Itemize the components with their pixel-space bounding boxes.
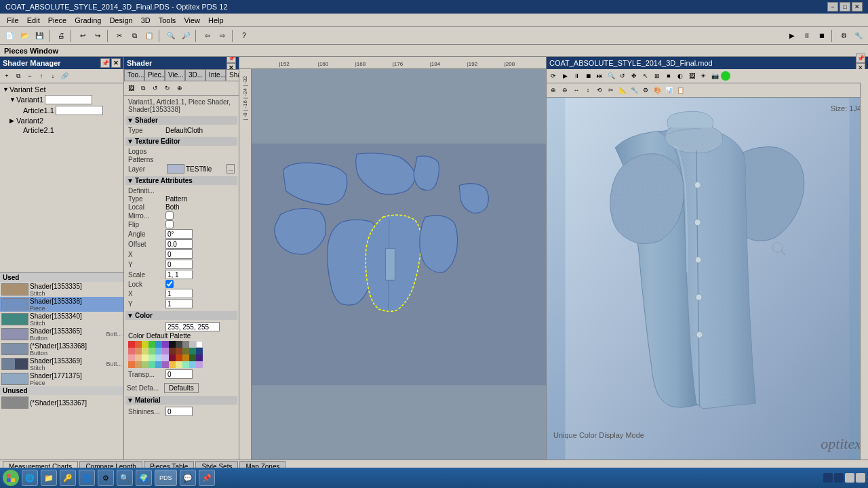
ta-flip-checkbox[interactable] (165, 220, 174, 228)
3d-btn-light[interactable]: ☀ (698, 70, 709, 81)
color-cell-p4-11[interactable] (196, 361, 203, 368)
3d-btn-zoom[interactable]: 🔍 (606, 70, 616, 81)
texture-editor-header[interactable]: ▼ Texture Editor (125, 137, 237, 146)
sm-dup[interactable]: ⧉ (13, 70, 24, 81)
color-cell-lt-blue[interactable] (155, 348, 162, 354)
tb-r5[interactable]: 🔧 (852, 29, 865, 43)
color-cell-p4-2[interactable] (135, 361, 142, 368)
color-cell-lavender[interactable] (162, 354, 169, 361)
taskbar-app5[interactable]: 📌 (199, 470, 215, 486)
sm-new[interactable]: + (1, 70, 12, 81)
3d-btn2-11[interactable]: 📊 (663, 85, 674, 96)
tab-piece[interactable]: Piec... (144, 69, 165, 81)
color-cell-lt-orange[interactable] (135, 348, 142, 354)
color-cell-indigo[interactable] (196, 354, 203, 361)
zoom-out[interactable]: 🔎 (179, 29, 193, 43)
ta-scale-input[interactable] (165, 270, 193, 279)
color-cell-peach[interactable] (135, 354, 142, 361)
menu-design[interactable]: Design (105, 15, 136, 26)
article11-input[interactable] (56, 106, 103, 115)
color-cell-p4-9[interactable] (182, 361, 189, 368)
start-button[interactable] (3, 470, 19, 486)
color-cell-yellow[interactable] (142, 341, 149, 348)
ta-mirror-checkbox[interactable] (165, 211, 174, 220)
3d-btn-wire[interactable]: ⊞ (652, 70, 663, 81)
3d-btn2-4[interactable]: ↕ (583, 85, 593, 96)
taskbar-app3[interactable]: ⚙ (98, 470, 114, 486)
ta-scalex-input[interactable] (165, 289, 193, 298)
shader-panel-pin[interactable]: 📌 (226, 57, 236, 63)
cut-button[interactable]: ✂ (113, 29, 126, 43)
layer-browse-button[interactable]: ... (226, 164, 235, 174)
3d-btn2-5[interactable]: ⟲ (594, 85, 605, 96)
panel-close-button[interactable]: ✕ (111, 58, 121, 68)
shader-row-1353365[interactable]: Shader[1353365] Button Bott... (0, 327, 123, 342)
copy-button[interactable]: ⧉ (127, 29, 141, 43)
color-cell-p4-3[interactable] (142, 361, 149, 368)
tray-icon-2[interactable] (834, 473, 844, 483)
color-section-header[interactable]: ▼ Color (125, 311, 237, 320)
undo-button[interactable]: ↩ (76, 29, 90, 43)
color-cell-orange[interactable] (135, 341, 142, 348)
menu-3d[interactable]: 3D (137, 15, 155, 26)
color-cell-brown[interactable] (169, 348, 176, 354)
color-cell-p4-5[interactable] (155, 361, 162, 368)
color-cell-rust[interactable] (176, 354, 182, 361)
tray-icon-1[interactable] (823, 473, 833, 483)
color-cell-maroon[interactable] (169, 354, 176, 361)
3d-btn2-2[interactable]: ⊖ (559, 85, 570, 96)
3d-btn2-7[interactable]: 📐 (617, 85, 628, 96)
tb-extra1[interactable]: ⇦ (201, 29, 214, 43)
shader-row-1353338[interactable]: Shader[1353338] Piece (0, 297, 123, 312)
taskbar-search[interactable]: 🔍 (117, 470, 133, 486)
color-cell-lt-yellow[interactable] (142, 348, 149, 354)
view3d-canvas[interactable]: Unique Color Display Mode Size: 1J4 opti… (547, 98, 868, 460)
color-cell-p4-7[interactable] (169, 361, 176, 368)
3d-btn-reset[interactable]: ⟳ (548, 70, 559, 81)
color-cell-sky[interactable] (155, 354, 162, 361)
paste-button[interactable]: 📋 (142, 29, 156, 43)
3d-btn-green[interactable] (721, 71, 730, 81)
shader-row-1353340[interactable]: Shader[1353340] Stitch (0, 312, 123, 327)
sm-up[interactable]: ↑ (36, 70, 47, 81)
material-section-header[interactable]: ▼ Material (125, 396, 237, 405)
sm-link[interactable]: 🔗 (59, 70, 70, 81)
tree-article21[interactable]: Article2.1 (1, 125, 122, 135)
tree-variant1[interactable]: ▼ Variant1 (1, 94, 122, 105)
menu-edit[interactable]: Edit (23, 15, 44, 26)
variant1-input[interactable] (45, 95, 92, 104)
color-cell-lt-purple[interactable] (162, 348, 169, 354)
color-cell-gold[interactable] (182, 354, 189, 361)
shader-section-header[interactable]: ▼ Shader (125, 116, 237, 125)
3d-btn2-9[interactable]: ⚙ (640, 85, 651, 96)
maximize-button[interactable]: □ (840, 2, 850, 12)
tree-article11[interactable]: Article1.1 (1, 105, 122, 116)
3d-btn-move[interactable]: ✥ (629, 70, 639, 81)
color-cell-olive[interactable] (182, 348, 189, 354)
color-cell-gray[interactable] (182, 341, 189, 348)
menu-help[interactable]: Help (204, 15, 228, 26)
shader-tb-btn5[interactable]: ⊕ (174, 83, 185, 94)
3d-btn-sel[interactable]: ↖ (640, 70, 651, 81)
color-cell-p4-10[interactable] (189, 361, 196, 368)
3d-btn2-1[interactable]: ⊕ (548, 85, 559, 96)
sm-del[interactable]: − (24, 70, 35, 81)
3d-btn-solid[interactable]: ■ (663, 70, 674, 81)
canvas-viewport[interactable] (252, 69, 546, 460)
texture-attrs-header[interactable]: ▼ Texture Attributes (125, 176, 237, 185)
menu-piece[interactable]: Piece (44, 15, 71, 26)
3d-btn2-8[interactable]: 🔧 (629, 85, 639, 96)
color-cell-navy[interactable] (196, 348, 203, 354)
color-cell-blue[interactable] (155, 341, 162, 348)
ta-offset-input[interactable] (165, 239, 193, 249)
3d-btn2-3[interactable]: ↔ (571, 85, 582, 96)
pattern-piece-sleeve-lower[interactable] (420, 216, 458, 272)
3d-btn-rotate[interactable]: ↺ (617, 70, 628, 81)
tb-r4[interactable]: ⚙ (837, 29, 850, 43)
tab-inte[interactable]: Inte... (205, 69, 226, 81)
3d-btn-stop[interactable]: ⏹ (583, 70, 593, 81)
3d-btn-step[interactable]: ⏭ (594, 70, 605, 81)
color-cell-p4-4[interactable] (149, 361, 155, 368)
ta-y-input[interactable] (165, 260, 193, 269)
print-button[interactable]: 🖨 (54, 29, 68, 43)
